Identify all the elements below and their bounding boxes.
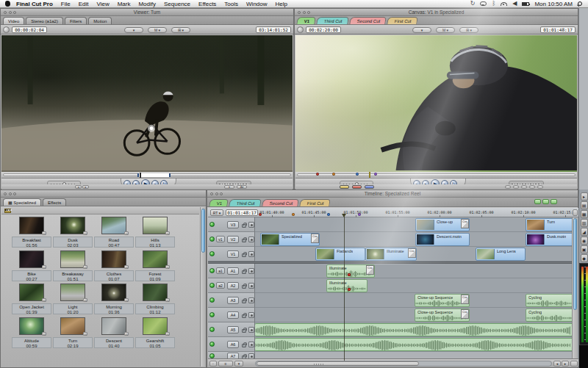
- canvas-tab-v1[interactable]: V1: [296, 17, 316, 24]
- sync-icon[interactable]: ↻: [470, 1, 476, 7]
- viewer-titlebar[interactable]: Viewer: Turn: [1, 9, 293, 16]
- browser-clip-breakfast[interactable]: ◁Breakfast01:56: [11, 216, 52, 248]
- replace-edit-button[interactable]: [365, 185, 374, 189]
- timeline-marker[interactable]: [358, 213, 361, 216]
- track-label-a1[interactable]: A1: [227, 267, 239, 275]
- viewer-tab-filters[interactable]: Filters: [65, 17, 87, 24]
- clip-keyframes-toggle[interactable]: ◦: [209, 361, 217, 367]
- track-visibility-toggle[interactable]: [209, 312, 215, 317]
- browser-tab-specialized[interactable]: ▦ Specialized: [3, 198, 41, 206]
- menu-window[interactable]: Window: [246, 1, 267, 7]
- canvas-titlebar[interactable]: Canvas: V1 in Specialized: [295, 9, 578, 16]
- browser-clip-morning[interactable]: ◁Morning01:36: [93, 283, 135, 315]
- transition-cross-dissolve[interactable]: Cro: [311, 234, 319, 243]
- track-lock-icon[interactable]: [242, 300, 246, 303]
- browser-clip-open-jacket[interactable]: ◁Open Jacket01:39: [11, 283, 52, 315]
- timeline-tab-v1[interactable]: V1: [209, 199, 229, 206]
- auto-select-toggle[interactable]: [248, 268, 254, 274]
- viewer-duration-timecode[interactable]: 00:00:02:04: [12, 26, 47, 33]
- track-label-v2[interactable]: V2: [227, 236, 239, 243]
- timeline-tab-third-cut[interactable]: Third Cut: [229, 199, 262, 206]
- timeline-clip-descent-motn[interactable]: Descent.motn: [415, 233, 470, 246]
- track-visibility-toggle[interactable]: [209, 237, 215, 242]
- viewer-view-popup[interactable]: M ▾: [148, 27, 167, 33]
- timeline-horizontal-scrollbar[interactable]: [255, 361, 552, 367]
- mark-clip-button[interactable]: ▸: [82, 185, 89, 189]
- transition-cross-dissolve[interactable]: Cro: [461, 219, 469, 228]
- timeline-clip-close-up-sequence[interactable]: Close-up SequenceCro: [415, 309, 470, 322]
- canvas-tab-first-cut[interactable]: First Cut: [387, 17, 418, 24]
- menu-file[interactable]: File: [61, 1, 71, 7]
- generator-popup[interactable]: A▾: [237, 185, 247, 189]
- canvas-duration-timecode[interactable]: 00:02:20:00: [306, 26, 341, 33]
- track-lane-a2[interactable]: [255, 278, 573, 293]
- transition-cross-dissolve[interactable]: Cro: [366, 265, 374, 275]
- canvas-view-popup[interactable]: M ▾: [436, 27, 455, 33]
- scrubber-marker[interactable]: [316, 173, 319, 176]
- apple-menu-icon[interactable]: [5, 1, 10, 7]
- menu-mark[interactable]: Mark: [118, 1, 131, 7]
- canvas-tab-third-cut[interactable]: Third Cut: [317, 17, 349, 24]
- window-buttons[interactable]: [298, 11, 310, 14]
- recent-clips-popup[interactable]: ▾: [224, 185, 234, 189]
- browser-clip-gearshift[interactable]: ◁Gearshift01:05: [135, 317, 176, 349]
- auto-select-toggle[interactable]: [248, 283, 254, 289]
- browser-tab-effects[interactable]: Effects: [43, 198, 66, 206]
- timeline-clip-turn[interactable]: Turn: [526, 218, 574, 231]
- pen-tool-icon[interactable]: ◆: [581, 254, 588, 262]
- add-keyframe-button[interactable]: [537, 185, 543, 189]
- browser-vertical-scrollbar[interactable]: [200, 207, 206, 367]
- track-lock-icon[interactable]: [242, 285, 246, 289]
- keyframes-button[interactable]: [551, 199, 557, 204]
- timeline-clip-flatlands[interactable]: Flatlands: [315, 248, 365, 261]
- scroll-right-button[interactable]: ▸: [562, 361, 569, 367]
- window-buttons[interactable]: [4, 11, 16, 14]
- timeline-clip-cycling[interactable]: Cycling: [526, 309, 574, 322]
- track-visibility-toggle[interactable]: [209, 268, 215, 273]
- track-visibility-toggle[interactable]: [209, 222, 215, 227]
- canvas-scrubber[interactable]: [295, 172, 577, 178]
- menu-effects[interactable]: Effects: [198, 1, 216, 7]
- in-out-range[interactable]: [137, 173, 171, 177]
- rt-popup[interactable]: RT ▾: [210, 209, 223, 216]
- auto-select-toggle[interactable]: [248, 251, 254, 257]
- ripple-tool-icon[interactable]: ▥: [581, 219, 588, 227]
- timeline-clip-long-lens[interactable]: Long Lens: [476, 248, 526, 261]
- menu-edit[interactable]: Edit: [79, 1, 89, 7]
- timeline-clip-cycling[interactable]: Cycling: [526, 294, 574, 307]
- timeline-tab-first-cut[interactable]: First Cut: [300, 199, 331, 206]
- insert-edit-button[interactable]: [340, 185, 349, 189]
- source-patch-a2[interactable]: a2: [216, 282, 225, 289]
- track-lock-icon[interactable]: [242, 329, 246, 333]
- track-visibility-toggle[interactable]: [209, 353, 215, 358]
- auto-select-toggle[interactable]: [248, 297, 254, 303]
- browser-clip-breakaway[interactable]: ◁Breakaway01:51: [52, 250, 93, 282]
- track-label-a2[interactable]: A2: [227, 282, 239, 289]
- viewer-tab-motion[interactable]: Motion: [88, 17, 112, 24]
- add-marker-button[interactable]: [529, 185, 535, 189]
- timeline-clip-close-up[interactable]: Close-upCro: [415, 218, 470, 231]
- track-lock-icon[interactable]: [242, 270, 246, 274]
- zoom-tool-icon[interactable]: ◉: [581, 237, 588, 245]
- timeline-clip-illuminate[interactable]: IlluminateCro: [326, 264, 375, 278]
- track-lock-icon[interactable]: [242, 314, 246, 318]
- viewer-tab-video[interactable]: Video: [3, 17, 24, 24]
- scrubber-marker[interactable]: [332, 173, 335, 176]
- timeline-option-buttons[interactable]: [534, 199, 557, 204]
- timeline-clip-illuminate[interactable]: IlluminateCro: [365, 248, 417, 261]
- browser-clip-road[interactable]: ◁Road00:47: [93, 216, 135, 248]
- source-patch-a1[interactable]: a1: [216, 267, 225, 274]
- canvas-channel-popup[interactable]: ⊞ ▾: [459, 27, 478, 33]
- track-label-v1[interactable]: V1: [227, 250, 239, 258]
- transition-cross-dissolve[interactable]: Cro: [461, 309, 469, 319]
- menu-view[interactable]: View: [96, 1, 109, 7]
- track-lock-icon[interactable]: [242, 239, 246, 242]
- menu-sequence[interactable]: Sequence: [164, 1, 190, 7]
- timeline-clip-specialized[interactable]: SpecializedCro: [260, 233, 320, 246]
- track-lock-icon[interactable]: [242, 344, 246, 347]
- timeline-clip-audio-a6[interactable]: [255, 338, 573, 351]
- menu-final-cut-pro[interactable]: Final Cut Pro: [16, 1, 53, 7]
- browser-clip-bike[interactable]: ◁Bike00:27: [11, 250, 52, 282]
- viewer-current-timecode[interactable]: 03:14:01:52: [256, 26, 291, 33]
- browser-clip-hills[interactable]: ◁Hills01:13: [135, 216, 176, 248]
